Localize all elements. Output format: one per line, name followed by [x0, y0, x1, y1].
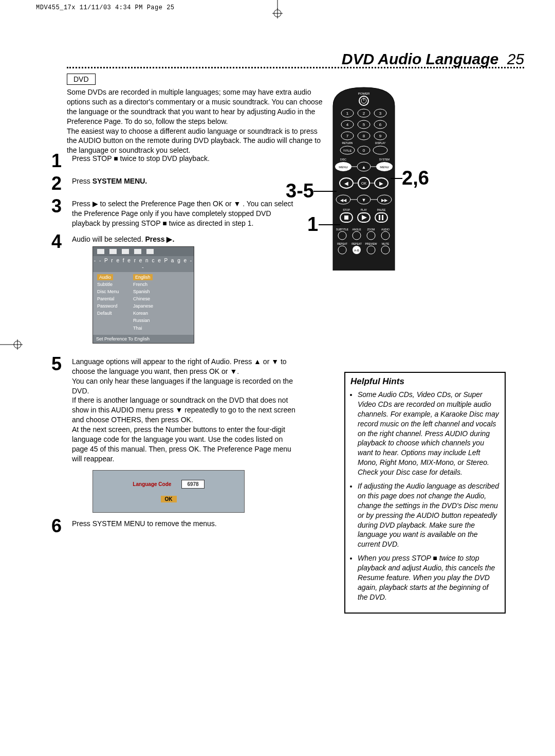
hint-item: When you press STOP ■ twice to stop play…	[358, 553, 499, 602]
pref-lang: Russian	[133, 317, 190, 324]
p: Language options will appear to the righ…	[72, 357, 298, 376]
svg-text:1: 1	[346, 111, 349, 116]
text: Press	[72, 177, 92, 185]
pref-item: Default	[97, 310, 133, 317]
pref-icons	[93, 247, 194, 256]
svg-text:SYSTEM: SYSTEM	[379, 158, 390, 161]
power-label: POWER	[358, 92, 370, 95]
pref-item: Subtitle	[97, 281, 133, 288]
svg-text:PLAY: PLAY	[361, 208, 367, 211]
svg-text:SUBTITLE: SUBTITLE	[336, 228, 349, 231]
step-3: 3 Press ▶ to select the Preference Page …	[51, 197, 298, 228]
lc-ok: OK	[161, 496, 177, 502]
svg-text:DISC: DISC	[340, 158, 346, 161]
step-num: 4	[51, 232, 72, 351]
svg-text:▼: ▼	[362, 197, 366, 203]
print-meta: MDV455_17x 11/11/03 4:34 PM Page 25	[36, 4, 175, 11]
repeat-ab-btn[interactable]: A-B	[353, 246, 361, 254]
pref-footer: Set Preference To English	[93, 335, 194, 343]
pref-lang: Thai	[133, 325, 190, 332]
svg-rect-64	[344, 215, 348, 220]
svg-text:9: 9	[379, 134, 382, 138]
svg-text:STOP: STOP	[343, 208, 350, 211]
bold: Press ▶.	[145, 235, 174, 243]
pref-icon	[146, 249, 154, 254]
crop-mark-left	[0, 334, 31, 355]
svg-text:MENU: MENU	[339, 166, 348, 169]
svg-text:◀: ◀	[344, 181, 348, 186]
disc-menu-btn[interactable]: MENU	[335, 162, 351, 171]
p: If there is another language or soundtra…	[72, 395, 298, 425]
svg-text:OK: OK	[361, 182, 366, 185]
manual-page: MDV455_17x 11/11/03 4:34 PM Page 25 DVD …	[0, 0, 555, 756]
svg-text:MENU: MENU	[380, 166, 389, 169]
callout-line	[391, 178, 402, 179]
svg-text:▶▶: ▶▶	[381, 198, 388, 203]
svg-text:A-B: A-B	[354, 249, 359, 252]
lc-label: Language Code	[133, 481, 171, 488]
text: Audio will be selected.	[72, 235, 145, 243]
svg-text:4: 4	[346, 122, 349, 127]
svg-rect-69	[382, 215, 383, 220]
svg-text:MUTE: MUTE	[382, 242, 390, 245]
svg-text:REPEAT: REPEAT	[337, 242, 347, 245]
step-2: 2 Press SYSTEM MENU.	[51, 174, 298, 193]
step-1: 1 Press STOP ■ twice to stop DVD playbac…	[51, 152, 298, 170]
pref-item: Password	[97, 302, 133, 310]
page-title: DVD Audio Language 25	[67, 50, 524, 68]
language-code-screenshot: Language Code 6978 OK	[92, 470, 245, 513]
pref-icon	[122, 249, 129, 254]
step-body: Press STOP ■ twice to stop DVD playback.	[72, 152, 210, 170]
step-num: 1	[51, 152, 72, 170]
p: You can only hear these languages if the…	[72, 376, 298, 396]
svg-text:3: 3	[379, 111, 382, 116]
step-num: 5	[51, 355, 72, 513]
title-rule	[67, 67, 524, 68]
intro-p1: Some DVDs are recorded in multiple langu…	[67, 87, 328, 127]
callout-line	[313, 191, 337, 192]
step-body: Press SYSTEM MENU.	[72, 174, 147, 193]
svg-text:DISPLAY: DISPLAY	[375, 141, 386, 145]
svg-text:6: 6	[379, 122, 382, 127]
steps-list: 1 Press STOP ■ twice to stop DVD playbac…	[51, 152, 298, 539]
dvd-badge: DVD	[67, 74, 96, 85]
remote-illustration: POWER 1 2 3 4 5 6 7 8 9 0 RETURN DISPLAY…	[323, 85, 415, 273]
p: At the next screen, press the Number but…	[72, 425, 298, 464]
pref-item: Audio	[97, 274, 113, 280]
preference-page-screenshot: - - P r e f e r e n c e P a g e - - Audi…	[92, 246, 194, 344]
svg-text:◀◀: ◀◀	[340, 198, 347, 203]
svg-text:▶: ▶	[379, 181, 383, 186]
pref-lang: Japanese	[133, 302, 190, 310]
svg-text:ZOOM: ZOOM	[367, 228, 375, 231]
step-num: 3	[51, 197, 72, 228]
bold: SYSTEM MENU.	[92, 177, 147, 185]
lc-value: 6978	[181, 480, 204, 489]
svg-text:AUDIO: AUDIO	[381, 228, 390, 231]
svg-text:REPEAT: REPEAT	[351, 242, 362, 245]
step-5: 5 Language options will appear to the ri…	[51, 355, 298, 513]
svg-text:5: 5	[363, 122, 365, 127]
pref-item: Disc Menu	[97, 288, 133, 295]
svg-text:▲: ▲	[362, 165, 366, 170]
step-4: 4 Audio will be selected. Press ▶. - - P…	[51, 232, 298, 351]
system-menu-btn[interactable]: MENU	[376, 162, 393, 171]
callout-line	[319, 224, 340, 225]
pref-item: Parental	[97, 295, 133, 302]
helpful-hints-box: Helpful Hints Some Audio CDs, Video CDs,…	[344, 372, 506, 614]
callout-2-6: 2,6	[402, 167, 429, 189]
svg-text:2: 2	[363, 111, 365, 116]
svg-text:RETURN: RETURN	[342, 141, 353, 145]
intro-p2: The easiest way to choose a different au…	[67, 127, 328, 156]
pref-icon	[109, 249, 117, 254]
svg-rect-68	[379, 215, 380, 220]
crop-mark-top	[267, 0, 288, 21]
pref-lang: French	[133, 281, 190, 288]
svg-text:7: 7	[346, 134, 349, 138]
pref-lang: Korean	[133, 310, 190, 317]
callout-3-5: 3-5	[286, 180, 314, 202]
pref-lang: English	[133, 274, 153, 280]
hint-item: Some Audio CDs, Video CDs, or Super Vide…	[358, 390, 499, 477]
step-num: 6	[51, 517, 72, 535]
step-body: Press SYSTEM MENU to remove the menus.	[72, 517, 217, 535]
pref-icon	[134, 249, 141, 254]
